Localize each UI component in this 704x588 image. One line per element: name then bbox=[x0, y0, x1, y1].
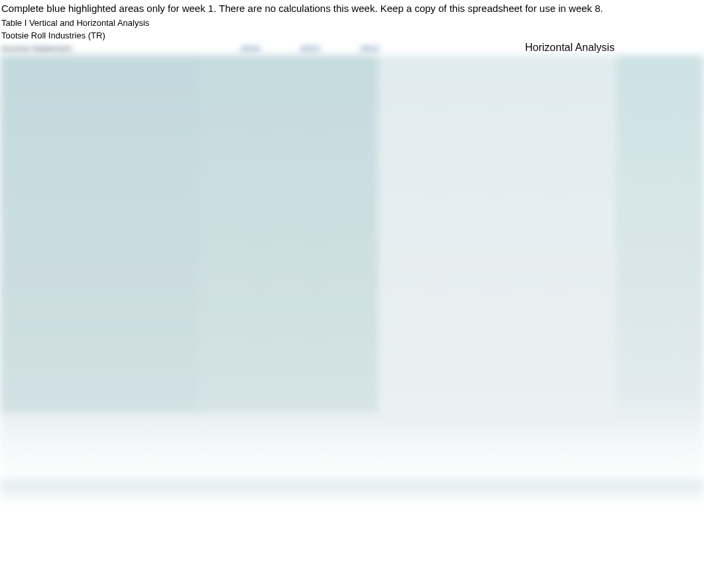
table-row bbox=[0, 150, 704, 162]
table-row bbox=[0, 139, 704, 150]
blurred-bottom bbox=[0, 479, 704, 519]
year-2013: 2013 bbox=[260, 44, 320, 54]
year-2012: 2012 bbox=[320, 44, 379, 54]
table-row bbox=[0, 282, 704, 294]
table-row bbox=[0, 318, 704, 329]
table-row bbox=[0, 67, 704, 79]
table-row bbox=[0, 186, 704, 198]
table-row bbox=[0, 79, 704, 91]
blurred-spreadsheet-body bbox=[0, 55, 704, 479]
table-row bbox=[0, 341, 704, 353]
table-row bbox=[0, 401, 704, 413]
grid-block bbox=[0, 55, 704, 479]
income-statement-row: Income Statement 2014 2013 2012 bbox=[0, 42, 704, 55]
table-row bbox=[0, 115, 704, 127]
table-row bbox=[0, 258, 704, 270]
table-row bbox=[0, 222, 704, 234]
table-row bbox=[0, 329, 704, 341]
table-row bbox=[0, 246, 704, 258]
company-name: Tootsie Roll Industries (TR) bbox=[1, 30, 200, 40]
instruction-text: Complete blue highlighted areas only for… bbox=[0, 0, 704, 17]
table-row bbox=[0, 234, 704, 246]
table-row bbox=[0, 162, 704, 174]
table-row bbox=[0, 103, 704, 115]
table-row bbox=[0, 306, 704, 318]
year-2014: 2014 bbox=[200, 44, 260, 54]
table-row bbox=[0, 174, 704, 186]
income-statement-label: Income Statement bbox=[1, 44, 200, 54]
table-row bbox=[0, 389, 704, 401]
table-row bbox=[0, 210, 704, 222]
table-row bbox=[0, 365, 704, 377]
table-row bbox=[0, 353, 704, 365]
table-title: Table I Vertical and Horizontal Analysis bbox=[0, 17, 704, 29]
table-row bbox=[0, 270, 704, 282]
table-row bbox=[0, 377, 704, 389]
table-row bbox=[0, 91, 704, 103]
table-row bbox=[0, 55, 704, 67]
table-row bbox=[0, 294, 704, 306]
table-row bbox=[0, 127, 704, 139]
table-row bbox=[0, 198, 704, 210]
